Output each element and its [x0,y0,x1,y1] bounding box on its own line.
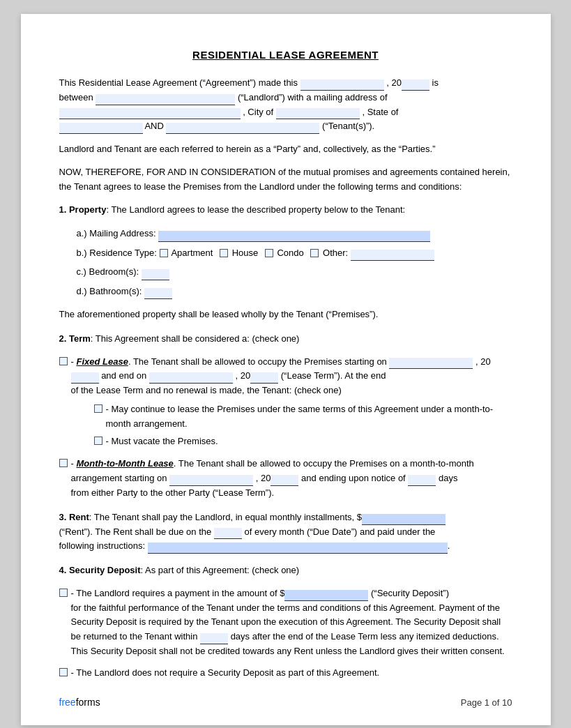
condo-checkbox[interactable] [265,249,273,257]
agreement-date-field[interactable] [300,79,384,91]
year-field[interactable] [402,79,429,91]
section3: 3. Rent: The Tenant shall pay the Landlo… [59,510,512,554]
end-year-field[interactable] [250,372,278,384]
fixed-20-1: , 20 [475,356,491,367]
other-input[interactable] [351,250,434,261]
section1: 1. Property: The Landlord agrees to leas… [59,203,512,322]
consideration-text: NOW, THEREFORE, FOR AND IN CONSIDERATION… [59,167,510,192]
fixed-lease-row: - Fixed Lease. The Tenant shall be allow… [59,355,512,398]
continue-text: - May continue to lease the Premises und… [106,402,512,432]
fixed-lease-checkbox[interactable] [59,357,68,365]
section1-header-line: 1. Property: The Landlord agrees to leas… [59,203,512,218]
due-date-field[interactable] [214,528,242,539]
condo-label: Condo [277,248,303,258]
vacate-checkbox[interactable] [94,437,102,445]
document-title: RESIDENTIAL LEASE AGREEMENT [59,49,512,61]
sub-vacate-row: - Must vacate the Premises. [94,434,512,449]
landlord-name-field[interactable] [96,94,235,105]
parties-paragraph: Landlord and Tenant are each referred to… [59,142,512,157]
intro-line1-pre: This Residential Lease Agreement (“Agree… [59,77,298,88]
payment-instructions-field[interactable] [148,543,448,554]
security-opt1-post: (“Security Deposit”) [371,588,449,598]
security-opt1-text: - The Landlord requires a payment in the… [71,586,512,659]
bedrooms-input[interactable] [142,269,169,280]
section1-closing: The aforementioned property shall be lea… [59,308,512,322]
property-d: d.) Bathroom(s): [77,283,512,299]
other-label: Other: [323,248,348,258]
fixed-20-2: , 20 [235,370,250,381]
lease-term-text: (“Lease Term”). At the end [281,370,386,381]
parties-text: Landlord and Tenant are each referred to… [59,144,436,154]
security-amount-field[interactable] [284,590,368,601]
consideration-paragraph: NOW, THEREFORE, FOR AND IN CONSIDERATION… [59,165,512,195]
intro-and: AND [144,121,163,131]
section1-intro: : The Landlord agrees to lease the descr… [106,204,405,215]
month-lease-row: - Month-to-Month Lease. The Tenant shall… [59,457,512,500]
tenant-name-field[interactable] [166,123,319,134]
month-lease-text: - Month-to-Month Lease. The Tenant shall… [71,457,512,500]
month-start-field[interactable] [169,475,253,486]
intro-landlord-label: (“Landlord”) with a mailing address of [238,92,388,103]
section3-line2-mid: of every month (“Due Date”) and paid und… [244,526,435,537]
intro-paragraph: This Residential Lease Agreement (“Agree… [59,76,512,134]
no-security-text: - The Landlord does not require a Securi… [71,666,380,681]
security-days-field[interactable] [200,633,228,644]
section2-intro: : This Agreement shall be considered a: … [91,333,300,344]
continue-checkbox[interactable] [94,404,102,413]
lease-start-field[interactable] [389,358,473,369]
section3-content: 3. Rent: The Tenant shall pay the Landlo… [59,510,512,554]
month-lease-term: from either Party to the other Party (“L… [71,487,275,498]
section1-closing-text: The aforementioned property shall be lea… [59,309,379,319]
section4-intro: : As part of this Agreement: (check one) [141,565,300,575]
section3-header: 3. Rent [59,512,89,522]
rent-amount-field[interactable] [362,514,446,525]
month-lease-checkbox[interactable] [59,459,68,467]
mailing-address-input[interactable] [158,231,430,242]
fixed-lease-label: Fixed Lease [76,356,128,367]
start-year-field[interactable] [71,372,99,384]
page-number: Page 1 of 10 [461,697,512,708]
property-c: c.) Bedroom(s): [77,264,512,280]
apartment-checkbox[interactable] [160,249,168,257]
state-field[interactable] [59,123,143,134]
city-field[interactable] [276,108,360,119]
notice-days-field[interactable] [408,475,436,486]
document-page: RESIDENTIAL LEASE AGREEMENT This Residen… [21,14,551,725]
apartment-label: Apartment [171,248,213,258]
lease-end-field[interactable] [149,372,233,384]
fixed-and-end: and end on [101,370,146,381]
section3-intro: : The Tenant shall pay the Landlord, in … [89,512,362,522]
security-deposit-opt2: - The Landlord does not require a Securi… [59,666,512,681]
security-deposit-checkbox[interactable] [59,589,68,597]
bathrooms-input[interactable] [144,288,172,299]
month-notice-pre: and ending upon notice of [301,473,406,483]
intro-tenant-label: (“Tenant(s)”). [322,121,374,131]
freeforms-logo: freeforms [59,697,100,708]
section2-header: 2. Term [59,333,91,344]
house-label: House [232,248,259,258]
section4: 4. Security Deposit: As part of this Agr… [59,563,512,681]
section2-header-line: 2. Term: This Agreement shall be conside… [59,332,512,347]
document-footer: freeforms Page 1 of 10 [59,697,512,708]
security-opt1-pre: - The Landlord requires a payment in the… [71,588,285,598]
month-year-field[interactable] [271,475,298,486]
mailing-address-field[interactable] [59,108,241,119]
section4-header: 4. Security Deposit [59,565,141,575]
section3-line2: (“Rent”). The Rent shall be due on the [59,526,212,537]
fixed-lease-text: - Fixed Lease. The Tenant shall be allow… [71,355,512,398]
property-b-label: b.) Residence Type: [77,248,157,258]
month-days-label: days [439,473,457,483]
fixed-lease-intro: . The Tenant shall be allowed to occupy … [128,356,387,367]
other-checkbox[interactable] [310,249,319,257]
section4-header-line: 4. Security Deposit: As part of this Agr… [59,563,512,578]
month-20: , 20 [256,473,271,483]
logo-free: free [59,697,76,708]
intro-city-label: , City of [243,107,273,117]
house-checkbox[interactable] [220,249,228,257]
fixed-renewal-text: of the Lease Term and no renewal is made… [71,385,342,395]
intro-year-pre: , 20 [386,77,402,88]
property-b: b.) Residence Type: Apartment House Cond… [77,245,512,261]
no-security-deposit-checkbox[interactable] [59,668,68,676]
vacate-text: - Must vacate the Premises. [106,434,218,449]
security-deposit-opt1: - The Landlord requires a payment in the… [59,586,512,659]
